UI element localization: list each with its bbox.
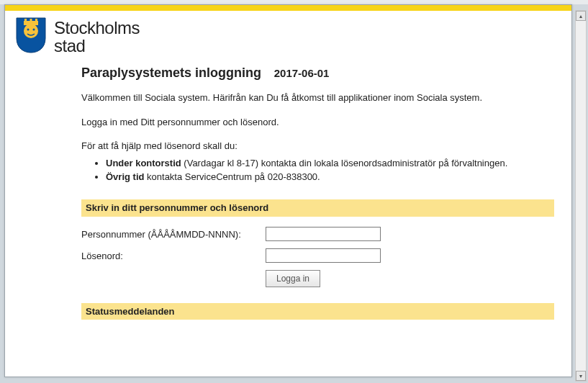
svg-point-5 [27,29,30,31]
help-list: Under kontorstid (Vardagar kl 8-17) kont… [106,157,554,184]
help-heading: För att få hjälp med lösenord skall du: [81,140,554,153]
section-status: Statusmeddelanden [81,303,554,320]
svg-point-0 [24,24,38,38]
help-item-rest: kontakta ServiceCentrum på 020-838300. [144,171,320,182]
button-row: Logga in [266,270,554,287]
header: Stockholms stad [5,11,571,60]
brand-accent-bar [5,5,571,11]
help-item-bold: Övrig tid [106,171,144,182]
login-hint: Logga in med Ditt personnummer och lösen… [81,116,554,129]
page-date: 2017-06-01 [274,67,330,79]
vertical-scrollbar[interactable]: ▴ ▾ [575,10,587,382]
brand-line1: Stockholms [54,19,140,37]
main-content: Paraplysystemets inloggning 2017-06-01 V… [5,60,571,320]
personnummer-label: Personnummer (ÅÅÅÅMMDD-NNNN): [81,227,266,241]
title-row: Paraplysystemets inloggning 2017-06-01 [81,64,554,81]
scroll-down-icon[interactable]: ▾ [576,371,586,381]
login-button[interactable]: Logga in [266,270,320,287]
welcome-text: Välkommen till Sociala system. Härifrån … [81,91,554,104]
stockholm-crest-icon [15,17,47,57]
page-content: Stockholms stad Paraplysystemets inloggn… [4,4,572,377]
svg-rect-3 [30,19,32,22]
brand-name: Stockholms stad [54,19,140,55]
losenord-label: Lösenord: [81,248,266,263]
help-item-rest: (Vardagar kl 8-17) kontakta din lokala l… [181,158,508,168]
personnummer-input[interactable] [266,227,381,241]
help-item-bold: Under kontorstid [106,158,181,168]
scroll-up-icon[interactable]: ▴ [576,11,586,21]
form-row-losenord: Lösenord: [81,248,554,263]
form-row-personnummer: Personnummer (ÅÅÅÅMMDD-NNNN): [81,227,554,241]
page-title: Paraplysystemets inloggning [81,66,261,80]
svg-rect-2 [24,19,27,22]
window-frame: ▴ ▾ Stockholms stad [0,4,588,383]
svg-rect-4 [35,19,37,22]
losenord-input[interactable] [266,248,381,263]
help-item-other-hours: Övrig tid kontakta ServiceCentrum på 020… [106,171,554,184]
section-credentials: Skriv in ditt personnummer och lösenord [81,199,554,217]
help-item-office-hours: Under kontorstid (Vardagar kl 8-17) kont… [106,157,554,170]
brand-line2: stad [54,37,140,55]
svg-point-6 [33,29,35,31]
